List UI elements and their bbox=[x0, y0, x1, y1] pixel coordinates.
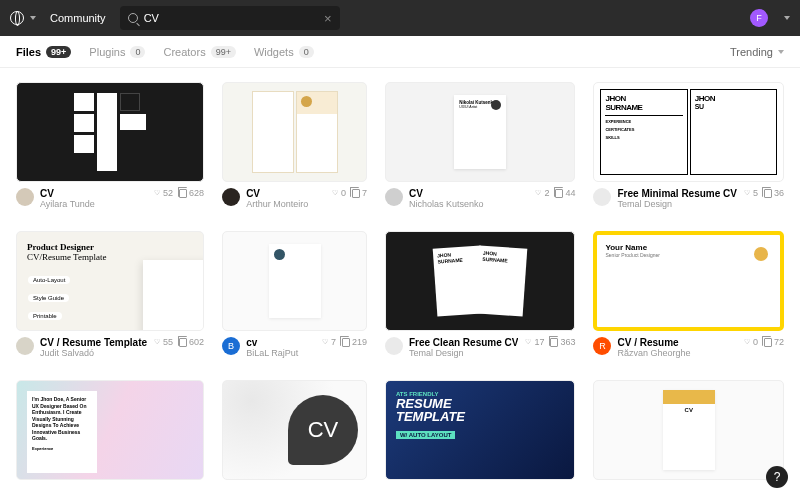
card-title: CV bbox=[409, 188, 529, 199]
tab-creators[interactable]: Creators99+ bbox=[163, 46, 235, 58]
author-avatar[interactable] bbox=[222, 188, 240, 206]
section-label[interactable]: Community bbox=[50, 12, 106, 24]
chevron-down-icon bbox=[778, 50, 784, 54]
result-card[interactable]: B cv BiLaL RajPut ♡7 219 bbox=[222, 231, 367, 364]
tab-plugins[interactable]: Plugins0 bbox=[89, 46, 145, 58]
heart-icon: ♡ bbox=[332, 189, 338, 197]
card-title: cv bbox=[246, 337, 315, 348]
card-author: Ayilara Tunde bbox=[40, 199, 147, 209]
likes-stat: ♡0 bbox=[331, 188, 346, 198]
heart-icon: ♡ bbox=[744, 189, 750, 197]
card-title: CV / Resume bbox=[617, 337, 736, 348]
author-avatar[interactable] bbox=[385, 188, 403, 206]
search-icon bbox=[128, 13, 138, 23]
tab-count-badge: 0 bbox=[299, 46, 314, 58]
card-author: Temal Design bbox=[409, 348, 519, 358]
copy-icon bbox=[555, 189, 563, 198]
card-author: Temal Design bbox=[617, 199, 736, 209]
copy-icon bbox=[764, 189, 772, 198]
result-card[interactable]: CV bbox=[222, 380, 367, 486]
duplicates-stat: 7 bbox=[352, 188, 367, 198]
card-author: Arthur Monteiro bbox=[246, 199, 325, 209]
search-input-wrapper[interactable]: × bbox=[120, 6, 340, 30]
card-author: Răzvan Gheorghe bbox=[617, 348, 736, 358]
tab-count-badge: 99+ bbox=[46, 46, 71, 58]
card-author: Nicholas Kutsenko bbox=[409, 199, 529, 209]
result-card[interactable]: CV Ayilara Tunde ♡52 628 bbox=[16, 82, 204, 215]
card-title: Free Minimal Resume CV bbox=[617, 188, 736, 199]
result-card[interactable]: Product DesignerCV/Resume TemplateAuto-L… bbox=[16, 231, 204, 364]
duplicates-stat: 36 bbox=[764, 188, 784, 198]
copy-icon bbox=[179, 338, 187, 347]
duplicates-stat: 219 bbox=[342, 337, 367, 347]
tab-files[interactable]: Files99+ bbox=[16, 46, 71, 58]
likes-stat: ♡5 bbox=[743, 188, 758, 198]
heart-icon: ♡ bbox=[154, 189, 160, 197]
result-card[interactable]: Your NameSenior Product Designer R CV / … bbox=[593, 231, 784, 364]
copy-icon bbox=[764, 338, 772, 347]
author-avatar[interactable]: R bbox=[593, 337, 611, 355]
result-card[interactable]: I'm Jhon Doe, A Senior UX Designer Based… bbox=[16, 380, 204, 486]
likes-stat: ♡17 bbox=[524, 337, 544, 347]
user-avatar[interactable]: F bbox=[750, 9, 768, 27]
result-card[interactable]: CV bbox=[593, 380, 784, 486]
likes-stat: ♡2 bbox=[534, 188, 549, 198]
duplicates-stat: 72 bbox=[764, 337, 784, 347]
heart-icon: ♡ bbox=[154, 338, 160, 346]
author-avatar[interactable] bbox=[593, 188, 611, 206]
card-title: Free Clean Resume CV bbox=[409, 337, 519, 348]
card-author: BiLaL RajPut bbox=[246, 348, 315, 358]
card-title: CV bbox=[246, 188, 325, 199]
result-card[interactable]: JHONSURNAMEEXPERIENCECERTIFICATESSKILLSJ… bbox=[593, 82, 784, 215]
heart-icon: ♡ bbox=[322, 338, 328, 346]
search-input[interactable] bbox=[144, 12, 318, 24]
tab-count-badge: 99+ bbox=[211, 46, 236, 58]
author-avatar[interactable]: B bbox=[222, 337, 240, 355]
author-avatar[interactable] bbox=[16, 337, 34, 355]
likes-stat: ♡7 bbox=[321, 337, 336, 347]
heart-icon: ♡ bbox=[525, 338, 531, 346]
duplicates-stat: 628 bbox=[179, 188, 204, 198]
likes-stat: ♡52 bbox=[153, 188, 173, 198]
tab-widgets[interactable]: Widgets0 bbox=[254, 46, 314, 58]
globe-icon[interactable] bbox=[10, 11, 36, 25]
heart-icon: ♡ bbox=[744, 338, 750, 346]
tab-count-badge: 0 bbox=[130, 46, 145, 58]
result-card[interactable]: Nikolai KutsenkoUX/UI Artist CV Nicholas… bbox=[385, 82, 576, 215]
help-button[interactable]: ? bbox=[766, 466, 788, 488]
tab-label: Plugins bbox=[89, 46, 125, 58]
copy-icon bbox=[352, 189, 360, 198]
user-menu-chevron[interactable] bbox=[784, 16, 790, 20]
sort-dropdown[interactable]: Trending bbox=[730, 46, 784, 58]
result-card[interactable]: ATS FRIENDLYRESUMETEMPLATEW/ AUTO LAYOUT bbox=[385, 380, 576, 486]
card-author: Judit Salvadó bbox=[40, 348, 147, 358]
copy-icon bbox=[550, 338, 558, 347]
copy-icon bbox=[342, 338, 350, 347]
card-title: CV bbox=[40, 188, 147, 199]
author-avatar[interactable] bbox=[385, 337, 403, 355]
author-avatar[interactable] bbox=[16, 188, 34, 206]
likes-stat: ♡0 bbox=[743, 337, 758, 347]
duplicates-stat: 363 bbox=[550, 337, 575, 347]
duplicates-stat: 44 bbox=[555, 188, 575, 198]
copy-icon bbox=[179, 189, 187, 198]
tab-label: Files bbox=[16, 46, 41, 58]
card-title: CV / Resume Template bbox=[40, 337, 147, 348]
result-card[interactable]: CV Arthur Monteiro ♡0 7 bbox=[222, 82, 367, 215]
duplicates-stat: 602 bbox=[179, 337, 204, 347]
tab-label: Widgets bbox=[254, 46, 294, 58]
result-card[interactable]: JHON SURNAMEJHON SURNAME Free Clean Resu… bbox=[385, 231, 576, 364]
clear-search-icon[interactable]: × bbox=[324, 11, 332, 26]
heart-icon: ♡ bbox=[535, 189, 541, 197]
tab-label: Creators bbox=[163, 46, 205, 58]
likes-stat: ♡55 bbox=[153, 337, 173, 347]
